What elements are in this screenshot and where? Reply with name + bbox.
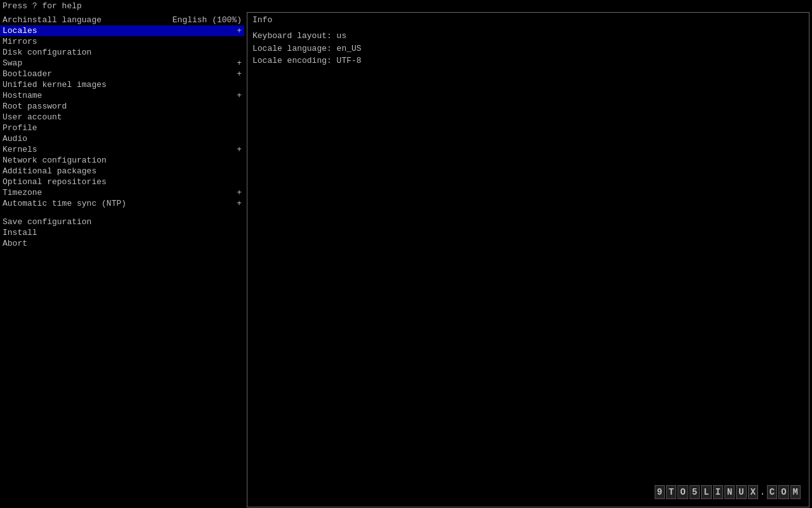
watermark-char: O [778,485,789,499]
watermark-char: C [767,485,777,499]
watermark-char: N [724,485,735,499]
action-item-save-configuration[interactable]: Save configuration [0,217,244,227]
watermark-char: 9 [655,485,665,499]
watermark-char: I [713,485,723,499]
menu-item-label: Swap [3,58,232,68]
menu-item-indicator [237,112,242,122]
menu-item-user-account[interactable]: User account [0,112,244,123]
menu-item-indicator: + [232,199,242,208]
info-line: Locale language: en_US [252,43,804,55]
header-bar: Press ? for help [0,0,812,12]
watermark-char: T [666,485,676,499]
watermark-char: 5 [690,485,700,499]
menu-item-locales[interactable]: Locales+ [0,25,244,36]
action-item-abort[interactable]: Abort [0,238,244,249]
menu-item-label: Disk configuration [3,48,237,57]
action-item-label: Abort [3,239,242,248]
menu-item-swap[interactable]: Swap+ [0,58,244,69]
menu-item-label: Additional packages [3,166,237,176]
info-title: Info [252,15,804,25]
watermark-char: L [701,485,711,499]
menu-item-indicator [237,123,242,133]
menu-item-label: Kernels [3,145,232,154]
info-line: Keyboard layout: us [252,30,804,43]
main-container: Archinstall languageEnglish (100%)Locale… [0,12,812,507]
menu-item-timezone[interactable]: Timezone+ [0,187,244,198]
menu-item-label: Audio [3,134,237,144]
left-panel: Archinstall languageEnglish (100%)Locale… [0,12,244,507]
menu-item-label: Mirrors [3,37,237,46]
watermark-char: U [736,485,746,499]
menu-item-optional-repositories[interactable]: Optional repositories [0,177,244,187]
menu-item-indicator [237,177,242,187]
menu-item-label: Locales [3,26,232,36]
menu-item-indicator: English (100%) [167,15,242,25]
menu-item-label: Bootloader [3,69,232,79]
menu-item-additional-packages[interactable]: Additional packages [0,166,244,177]
action-item-label: Save configuration [3,217,242,227]
menu-item-label: Optional repositories [3,177,237,187]
menu-item-automatic-time-sync[interactable]: Automatic time sync (NTP)+ [0,198,244,209]
menu-item-label: Archinstall language [3,15,167,25]
watermark: 9TO5LINUX.COM [654,485,801,499]
menu-item-hostname[interactable]: Hostname+ [0,90,244,101]
help-text: Press ? for help [3,1,82,11]
menu-item-indicator [237,156,242,165]
menu-item-root-password[interactable]: Root password [0,101,244,112]
watermark-char: O [678,485,688,499]
watermark-char: M [790,485,801,499]
action-item-install[interactable]: Install [0,227,244,238]
menu-item-indicator [237,80,242,90]
menu-item-disk-configuration[interactable]: Disk configuration [0,47,244,58]
menu-item-unified-kernel-images[interactable]: Unified kernel images [0,79,244,90]
menu-item-indicator: + [232,58,242,68]
menu-item-label: User account [3,112,237,122]
menu-item-mirrors[interactable]: Mirrors [0,36,244,47]
menu-item-indicator [237,102,242,111]
menu-item-label: Automatic time sync (NTP) [3,199,232,208]
menu-item-label: Hostname [3,91,232,100]
menu-item-audio[interactable]: Audio [0,133,244,144]
menu-item-indicator: + [232,69,242,79]
menu-item-archinstall-language[interactable]: Archinstall languageEnglish (100%) [0,15,244,25]
menu-item-indicator [237,134,242,144]
menu-item-label: Timezone [3,188,232,197]
menu-item-network-configuration[interactable]: Network configuration [0,155,244,166]
menu-item-indicator [237,48,242,57]
menu-item-indicator: + [232,91,242,100]
watermark-char: X [748,485,758,499]
menu-item-bootloader[interactable]: Bootloader+ [0,69,244,79]
watermark-char: . [759,486,766,498]
watermark-text: 9TO5LINUX.COM [654,485,801,499]
menu-separator [0,209,244,217]
menu-item-indicator: + [232,26,242,36]
menu-item-indicator: + [232,188,242,197]
menu-item-profile[interactable]: Profile [0,123,244,133]
menu-item-indicator [237,37,242,46]
menu-item-label: Profile [3,123,237,133]
right-panel: Info Keyboard layout: usLocale language:… [247,12,809,507]
menu-item-label: Root password [3,102,237,111]
info-line: Locale encoding: UTF-8 [252,55,804,67]
action-item-label: Install [3,228,242,237]
menu-item-kernels[interactable]: Kernels+ [0,144,244,155]
menu-item-indicator [237,166,242,176]
menu-item-label: Network configuration [3,156,237,165]
menu-item-label: Unified kernel images [3,80,237,90]
menu-item-indicator: + [232,145,242,154]
